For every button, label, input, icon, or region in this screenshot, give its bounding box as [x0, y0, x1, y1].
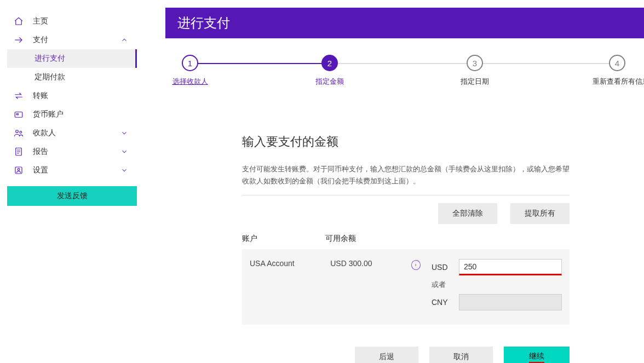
cancel-button[interactable]: 取消 [429, 347, 493, 363]
step-4-circle: 4 [609, 55, 625, 71]
sidebar: 主页 支付 进行支付 定期付款 转账 货币账户 收款人 [7, 12, 137, 206]
account-row: USA Account USD 300.00 USD 或者 CNY [242, 249, 570, 325]
or-label: 或者 [432, 280, 459, 290]
amount-inputs: USD 或者 CNY [432, 259, 562, 315]
wallet-icon [13, 109, 24, 120]
make-payment-label: 进行支付 [34, 54, 65, 64]
back-button[interactable]: 后退 [355, 347, 418, 363]
chevron-down-icon [120, 166, 130, 174]
people-icon [13, 128, 24, 139]
currency-primary-label: USD [432, 263, 459, 272]
step-1-circle: 1 [182, 55, 198, 71]
col-balance-label: 可用余额 [325, 234, 409, 244]
col-account-label: 账户 [242, 234, 325, 244]
recurring-label: 定期付款 [34, 72, 65, 82]
step-1-label[interactable]: 选择收款人 [165, 77, 215, 87]
step-2-label: 指定金额 [305, 77, 354, 87]
sidebar-pay-label: 支付 [33, 35, 120, 45]
withdraw-all-label: 提取所有 [525, 209, 555, 218]
clear-all-label: 全部清除 [452, 209, 483, 218]
sidebar-pay[interactable]: 支付 [7, 31, 137, 49]
amount-secondary-input[interactable] [459, 294, 562, 310]
sidebar-accounts-label: 货币账户 [33, 110, 137, 119]
step-1[interactable]: 1 选择收款人 [165, 55, 215, 87]
sidebar-home-label: 主页 [33, 16, 137, 26]
swap-icon [13, 90, 24, 101]
step-2: 2 指定金额 [305, 55, 354, 87]
arrow-right-icon [13, 34, 24, 45]
step-3-label: 指定日期 [450, 77, 499, 87]
currency-secondary-label: CNY [432, 298, 459, 307]
account-name: USA Account [250, 259, 330, 268]
form-desc: 支付可能发生转账费。对于同币种支付，输入您想汇款的总金额（手续费会从这里扣除），… [242, 163, 570, 187]
stepper: 1 选择收款人 2 指定金额 3 指定日期 4 重新查看所有信息 [165, 55, 644, 103]
step-4-label: 重新查看所有信息 [593, 77, 642, 87]
sidebar-settings-label: 设置 [33, 165, 120, 175]
available-balance: USD 300.00 [330, 259, 411, 268]
svg-point-2 [16, 130, 19, 133]
chevron-down-icon [120, 129, 130, 137]
withdraw-all-button[interactable]: 提取所有 [510, 203, 570, 224]
cancel-button-label: 取消 [453, 352, 469, 362]
step-2-circle: 2 [321, 55, 338, 71]
sidebar-transfer-label: 转账 [33, 91, 137, 101]
sidebar-transfer[interactable]: 转账 [7, 87, 137, 105]
feedback-button-label: 发送反馈 [57, 191, 88, 201]
step-3: 3 指定日期 [450, 55, 499, 87]
continue-button-label: 继续 [529, 352, 544, 363]
amount-primary-input[interactable] [459, 259, 562, 275]
feedback-button[interactable]: 发送反馈 [7, 186, 137, 206]
step-4: 4 重新查看所有信息 [593, 55, 642, 87]
document-icon [13, 146, 24, 157]
sidebar-pay-submenu: 进行支付 定期付款 [7, 49, 137, 87]
action-row: 全部清除 提取所有 [242, 203, 570, 224]
sidebar-reports[interactable]: 报告 [7, 142, 137, 161]
page-banner: 进行支付 [165, 8, 644, 38]
amount-form: 输入要支付的金额 支付可能发生转账费。对于同币种支付，输入您想汇款的总金额（手续… [242, 134, 570, 325]
sidebar-settings[interactable]: 设置 [7, 161, 137, 180]
sidebar-item-recurring[interactable]: 定期付款 [7, 68, 137, 87]
svg-rect-0 [15, 112, 22, 118]
main: 进行支付 1 选择收款人 2 指定金额 3 指定日期 4 重新查看所有信息 输入… [165, 8, 644, 363]
form-title: 输入要支付的金额 [242, 134, 570, 150]
svg-rect-1 [16, 114, 18, 115]
sidebar-item-make-payment[interactable]: 进行支付 [7, 49, 137, 68]
chevron-up-icon [120, 36, 130, 44]
profile-icon [13, 165, 24, 176]
home-icon [13, 16, 24, 27]
sidebar-payees-label: 收款人 [33, 128, 120, 138]
divider [242, 195, 570, 195]
sidebar-reports-label: 报告 [33, 147, 120, 157]
table-head: 账户 可用余额 [242, 234, 570, 244]
chevron-down-icon [120, 148, 130, 155]
sidebar-accounts[interactable]: 货币账户 [7, 105, 137, 124]
clear-all-button[interactable]: 全部清除 [438, 203, 497, 224]
bottom-actions: 后退 取消 继续 [242, 347, 570, 363]
expand-account-icon[interactable] [411, 260, 421, 270]
page-title: 进行支付 [177, 14, 230, 32]
svg-point-6 [18, 169, 20, 171]
svg-point-3 [20, 131, 22, 134]
back-button-label: 后退 [379, 352, 394, 362]
step-3-circle: 3 [467, 55, 483, 71]
sidebar-home[interactable]: 主页 [7, 12, 137, 31]
sidebar-payees[interactable]: 收款人 [7, 124, 137, 142]
continue-button[interactable]: 继续 [504, 347, 570, 363]
